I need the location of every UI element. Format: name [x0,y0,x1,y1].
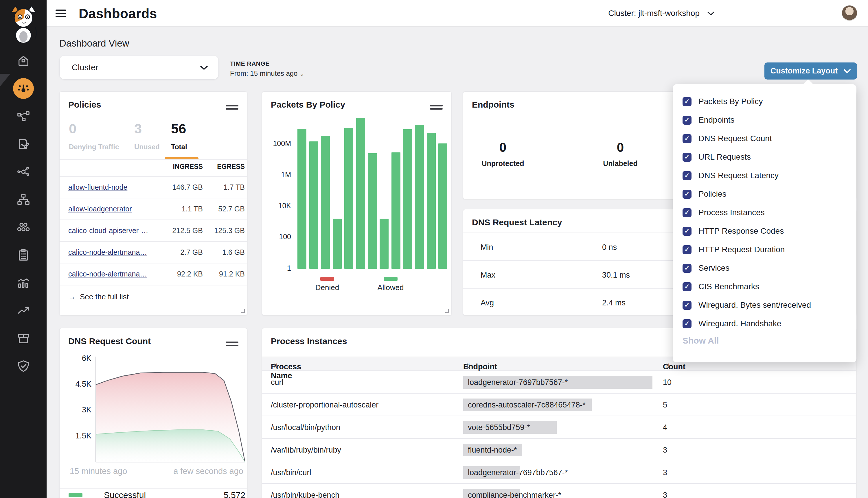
customize-layout-button[interactable]: Customize Layout [764,63,857,80]
sidebar-item-connections[interactable] [0,158,47,186]
cluster-selector[interactable]: Cluster: jlt-msft-workshop [608,8,715,19]
menu-item[interactable]: ✓Policies [673,185,856,203]
process-name: /cluster-proportional-autoscaler [271,401,378,409]
egress-value: 52.7 GB [202,205,245,213]
process-name: /usr/local/bin/python [271,423,340,432]
sidebar-item-compliance[interactable] [0,241,47,269]
stat-denying-traffic[interactable]: 0 Denying Traffic [69,121,119,151]
policy-row: calico-cloud-apiserver-…212.5 GB125.3 GB [60,220,247,241]
menu-item[interactable]: ✓HTTP Request Duration [673,240,856,259]
menu-item-label: Wireguard. Bytes sent/received [698,301,811,310]
sort-icon[interactable]: ⇅ [665,362,670,370]
ingress-value: 92.2 KB [159,270,203,278]
resize-handle[interactable] [445,309,449,313]
sidebar-item-service-graph[interactable] [0,102,47,130]
dashboard-view-select[interactable]: Cluster [59,55,219,80]
calico-cat-logo[interactable] [7,3,40,43]
menu-item[interactable]: ✓Endpoints [673,111,856,129]
sidebar-item-threat-defense[interactable] [0,352,47,380]
process-name: /var/lib/ruby/bin/ruby [271,446,341,455]
drag-handle-icon[interactable] [226,340,238,348]
sidebar-item-inventory[interactable] [0,325,47,352]
legend-swatch-successful [68,493,82,497]
menu-item[interactable]: ✓URL Requests [673,148,856,166]
checkbox-checked-icon[interactable]: ✓ [683,301,691,310]
see-full-list-link[interactable]: →See the full list [68,292,129,301]
time-range-control: TIME RANGE From: 15 minutes ago ⌄ [230,60,305,78]
process-name: /usr/bin/kube-bench [271,491,339,498]
checkbox-checked-icon[interactable]: ✓ [683,153,691,162]
bar [309,141,318,268]
menu-item[interactable]: ✓Process Instances [673,203,856,222]
count-value: 4 [663,423,667,432]
endpoint-chip: vote-5655bd759-* [463,421,557,434]
checkbox-checked-icon[interactable]: ✓ [683,134,691,143]
time-range-dropdown[interactable]: From: 15 minutes ago ⌄ [230,69,305,78]
home-icon [17,54,30,67]
bar [297,129,307,268]
sidebar-item-clusters[interactable] [0,213,47,241]
sidebar-item-policies[interactable] [0,130,47,158]
menu-item[interactable]: ✓CIS Benchmarks [673,277,856,296]
count-value: 3 [663,468,667,477]
checkbox-checked-icon[interactable]: ✓ [683,282,691,291]
sort-icon[interactable]: ⇅ [273,362,278,370]
bar [403,129,412,268]
checkbox-checked-icon[interactable]: ✓ [683,97,691,106]
drag-handle-icon[interactable] [430,103,443,112]
stat-total[interactable]: 56 Total [171,121,187,151]
egress-value: 1.6 GB [202,248,245,257]
process-row: /cluster-proportional-autoscalercoredns-… [262,394,856,416]
policy-row: allow-fluentd-node146.7 GB1.7 TB [60,176,247,198]
menu-toggle-button[interactable] [55,8,67,19]
menu-item[interactable]: ✓Wireguard. Bytes sent/received [673,296,856,314]
legend-label: Successful [104,490,146,498]
process-row: /usr/local/bin/pythonvote-5655bd759-*4 [262,416,856,439]
menu-item[interactable]: ✓Packets By Policy [673,92,856,111]
checkbox-checked-icon[interactable]: ✓ [683,171,691,180]
checkbox-checked-icon[interactable]: ✓ [683,264,691,273]
count-value: 5 [663,401,667,409]
bar [368,153,377,268]
policy-link[interactable]: calico-cloud-apiserver-… [68,226,148,235]
checkbox-checked-icon[interactable]: ✓ [683,227,691,236]
menu-item[interactable]: ✓Services [673,259,856,277]
resize-handle[interactable] [241,309,245,313]
sidebar-item-metrics[interactable] [0,269,47,297]
sidebar-item-dashboards[interactable] [0,75,47,102]
menu-item[interactable]: ✓DNS Request Count [673,129,856,148]
drag-handle-icon[interactable] [226,103,238,112]
cluster-circles-icon [17,221,30,234]
checkbox-checked-icon[interactable]: ✓ [683,208,691,217]
policy-link[interactable]: calico-node-alertmana… [68,248,147,257]
checkbox-checked-icon[interactable]: ✓ [683,190,691,199]
menu-item-label: CIS Benchmarks [698,282,759,291]
customize-layout-menu-items: ✓Packets By Policy✓Endpoints✓DNS Request… [673,92,856,333]
menu-item[interactable]: ✓DNS Request Latency [673,166,856,185]
sidebar-item-home[interactable] [0,47,47,75]
checkbox-checked-icon[interactable]: ✓ [683,245,691,254]
process-row: /usr/bin/curlloadgenerator-7697bb7567-*3 [262,461,856,484]
policy-link[interactable]: allow-loadgenerator [68,205,132,213]
egress-value: 1.7 TB [202,183,245,192]
sidebar-item-network-sets[interactable] [0,186,47,213]
checkbox-checked-icon[interactable]: ✓ [683,319,691,328]
chevron-down-icon [200,65,208,70]
avatar[interactable] [842,5,857,21]
packets-by-policy-card: Packets By Policy 100M1M10K1001DeniedAll… [262,91,452,315]
clipboard-icon [17,248,30,262]
process-table-body: curlloadgenerator-7697bb7567-*10/cluster… [262,371,856,498]
show-all-link[interactable]: Show All [683,336,719,345]
y-tick-label: 1M [265,171,291,179]
menu-item[interactable]: ✓Wireguard. Handshake [673,314,856,333]
sort-icon[interactable]: ⇅ [466,362,471,370]
legend-label: Denied [298,283,356,292]
policy-link[interactable]: calico-node-alertmana… [68,270,147,278]
sidebar-item-activity[interactable] [0,297,47,325]
checkbox-checked-icon[interactable]: ✓ [683,116,691,124]
column-header-ingress: INGRESS [159,163,203,171]
policy-link[interactable]: allow-fluentd-node [68,183,127,192]
stat-unused[interactable]: 3 Unused [134,121,160,151]
endpoint-chip: coredns-autoscaler-7c88465478-* [463,398,592,411]
menu-item[interactable]: ✓HTTP Response Codes [673,222,856,240]
